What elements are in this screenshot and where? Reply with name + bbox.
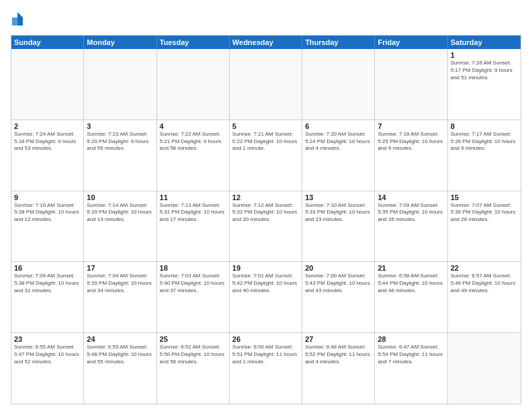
week-row-3: 9Sunrise: 7:16 AM Sunset: 5:28 PM Daylig…: [11, 191, 521, 262]
day-number: 3: [87, 122, 153, 130]
day-cell-16: 16Sunrise: 7:06 AM Sunset: 5:38 PM Dayli…: [11, 262, 84, 332]
day-info: Sunrise: 6:55 AM Sunset: 5:47 PM Dayligh…: [14, 344, 81, 365]
day-number: 16: [14, 264, 81, 272]
week-row-1: 1Sunrise: 7:26 AM Sunset: 5:17 PM Daylig…: [11, 49, 521, 120]
day-cell-14: 14Sunrise: 7:09 AM Sunset: 5:35 PM Dayli…: [375, 191, 447, 262]
day-info: Sunrise: 7:12 AM Sunset: 5:32 PM Dayligh…: [232, 202, 299, 224]
day-number: 22: [451, 264, 518, 272]
page: SundayMondayTuesdayWednesdayThursdayFrid…: [0, 0, 532, 411]
day-number: 10: [87, 193, 153, 201]
day-cell-2: 2Sunrise: 7:24 AM Sunset: 5:18 PM Daylig…: [11, 120, 84, 191]
day-number: 6: [305, 122, 371, 130]
day-info: Sunrise: 7:07 AM Sunset: 5:36 PM Dayligh…: [451, 202, 518, 224]
day-info: Sunrise: 7:04 AM Sunset: 5:39 PM Dayligh…: [87, 273, 153, 294]
day-number: 7: [378, 122, 444, 130]
day-number: 18: [160, 264, 226, 272]
day-cell-19: 19Sunrise: 7:01 AM Sunset: 5:42 PM Dayli…: [230, 262, 302, 332]
day-cell-3: 3Sunrise: 7:23 AM Sunset: 5:20 PM Daylig…: [84, 120, 157, 191]
day-header-monday: Monday: [84, 36, 157, 49]
day-cell-11: 11Sunrise: 7:13 AM Sunset: 5:31 PM Dayli…: [157, 191, 230, 262]
day-info: Sunrise: 7:10 AM Sunset: 5:33 PM Dayligh…: [305, 202, 371, 224]
day-info: Sunrise: 7:01 AM Sunset: 5:42 PM Dayligh…: [232, 273, 299, 294]
logo: [11, 11, 26, 30]
day-number: 8: [451, 122, 518, 130]
day-header-sunday: Sunday: [11, 36, 84, 49]
day-number: 9: [14, 193, 81, 201]
empty-cell: [157, 49, 230, 120]
day-info: Sunrise: 7:21 AM Sunset: 5:22 PM Dayligh…: [232, 131, 299, 152]
day-number: 19: [232, 264, 299, 272]
day-number: 11: [160, 193, 226, 201]
day-info: Sunrise: 6:58 AM Sunset: 5:44 PM Dayligh…: [378, 273, 444, 294]
day-cell-25: 25Sunrise: 6:52 AM Sunset: 5:50 PM Dayli…: [157, 333, 230, 404]
day-cell-22: 22Sunrise: 6:57 AM Sunset: 5:46 PM Dayli…: [448, 262, 521, 332]
week-row-4: 16Sunrise: 7:06 AM Sunset: 5:38 PM Dayli…: [11, 261, 521, 332]
week-row-2: 2Sunrise: 7:24 AM Sunset: 5:18 PM Daylig…: [11, 120, 521, 191]
day-cell-1: 1Sunrise: 7:26 AM Sunset: 5:17 PM Daylig…: [448, 49, 521, 120]
day-number: 17: [87, 264, 153, 272]
day-cell-28: 28Sunrise: 6:47 AM Sunset: 5:54 PM Dayli…: [375, 333, 447, 404]
day-cell-5: 5Sunrise: 7:21 AM Sunset: 5:22 PM Daylig…: [230, 120, 302, 191]
day-number: 27: [305, 335, 371, 343]
empty-cell: [448, 333, 521, 404]
empty-cell: [230, 49, 302, 120]
svg-marker-0: [17, 12, 23, 17]
day-cell-24: 24Sunrise: 6:53 AM Sunset: 5:48 PM Dayli…: [84, 333, 157, 404]
calendar: SundayMondayTuesdayWednesdayThursdayFrid…: [11, 35, 521, 404]
day-header-friday: Friday: [375, 36, 447, 49]
day-number: 1: [451, 51, 518, 59]
day-info: Sunrise: 7:24 AM Sunset: 5:18 PM Dayligh…: [14, 131, 81, 152]
day-cell-20: 20Sunrise: 7:00 AM Sunset: 5:43 PM Dayli…: [302, 262, 375, 332]
day-info: Sunrise: 7:20 AM Sunset: 5:24 PM Dayligh…: [305, 131, 371, 152]
day-cell-15: 15Sunrise: 7:07 AM Sunset: 5:36 PM Dayli…: [448, 191, 521, 262]
day-number: 24: [87, 335, 153, 343]
day-info: Sunrise: 7:13 AM Sunset: 5:31 PM Dayligh…: [160, 202, 226, 224]
day-header-tuesday: Tuesday: [157, 36, 230, 49]
empty-cell: [11, 49, 84, 120]
day-info: Sunrise: 6:57 AM Sunset: 5:46 PM Dayligh…: [451, 273, 518, 294]
day-info: Sunrise: 7:09 AM Sunset: 5:35 PM Dayligh…: [378, 202, 444, 224]
week-row-5: 23Sunrise: 6:55 AM Sunset: 5:47 PM Dayli…: [11, 332, 521, 404]
day-number: 26: [232, 335, 299, 343]
calendar-body: 1Sunrise: 7:26 AM Sunset: 5:17 PM Daylig…: [11, 49, 521, 404]
day-cell-26: 26Sunrise: 6:50 AM Sunset: 5:51 PM Dayli…: [230, 333, 302, 404]
svg-marker-2: [12, 17, 17, 26]
day-header-thursday: Thursday: [302, 36, 375, 49]
day-header-wednesday: Wednesday: [230, 36, 302, 49]
day-info: Sunrise: 7:16 AM Sunset: 5:28 PM Dayligh…: [14, 202, 81, 224]
day-number: 14: [378, 193, 444, 201]
empty-cell: [302, 49, 375, 120]
day-cell-4: 4Sunrise: 7:22 AM Sunset: 5:21 PM Daylig…: [157, 120, 230, 191]
day-info: Sunrise: 7:06 AM Sunset: 5:38 PM Dayligh…: [14, 273, 81, 294]
day-number: 25: [160, 335, 226, 343]
empty-cell: [375, 49, 447, 120]
day-cell-13: 13Sunrise: 7:10 AM Sunset: 5:33 PM Dayli…: [302, 191, 375, 262]
day-cell-18: 18Sunrise: 7:03 AM Sunset: 5:40 PM Dayli…: [157, 262, 230, 332]
day-info: Sunrise: 6:50 AM Sunset: 5:51 PM Dayligh…: [232, 344, 299, 365]
day-info: Sunrise: 7:22 AM Sunset: 5:21 PM Dayligh…: [160, 131, 226, 152]
day-cell-7: 7Sunrise: 7:18 AM Sunset: 5:25 PM Daylig…: [375, 120, 447, 191]
header: [11, 11, 521, 30]
day-number: 28: [378, 335, 444, 343]
day-cell-9: 9Sunrise: 7:16 AM Sunset: 5:28 PM Daylig…: [11, 191, 84, 262]
day-number: 4: [160, 122, 226, 130]
day-cell-12: 12Sunrise: 7:12 AM Sunset: 5:32 PM Dayli…: [230, 191, 302, 262]
day-info: Sunrise: 6:52 AM Sunset: 5:50 PM Dayligh…: [160, 344, 226, 365]
day-cell-17: 17Sunrise: 7:04 AM Sunset: 5:39 PM Dayli…: [84, 262, 157, 332]
day-number: 2: [14, 122, 81, 130]
calendar-header: SundayMondayTuesdayWednesdayThursdayFrid…: [11, 36, 521, 49]
day-cell-6: 6Sunrise: 7:20 AM Sunset: 5:24 PM Daylig…: [302, 120, 375, 191]
day-cell-10: 10Sunrise: 7:14 AM Sunset: 5:29 PM Dayli…: [84, 191, 157, 262]
logo-icon: [11, 11, 24, 30]
empty-cell: [84, 49, 157, 120]
day-info: Sunrise: 7:17 AM Sunset: 5:26 PM Dayligh…: [451, 131, 518, 152]
day-info: Sunrise: 7:26 AM Sunset: 5:17 PM Dayligh…: [451, 60, 518, 81]
day-number: 15: [451, 193, 518, 201]
svg-marker-1: [17, 17, 23, 26]
day-info: Sunrise: 7:14 AM Sunset: 5:29 PM Dayligh…: [87, 202, 153, 224]
day-info: Sunrise: 7:00 AM Sunset: 5:43 PM Dayligh…: [305, 273, 371, 294]
day-number: 20: [305, 264, 371, 272]
day-number: 12: [232, 193, 299, 201]
day-info: Sunrise: 6:48 AM Sunset: 5:52 PM Dayligh…: [305, 344, 371, 365]
day-number: 23: [14, 335, 81, 343]
